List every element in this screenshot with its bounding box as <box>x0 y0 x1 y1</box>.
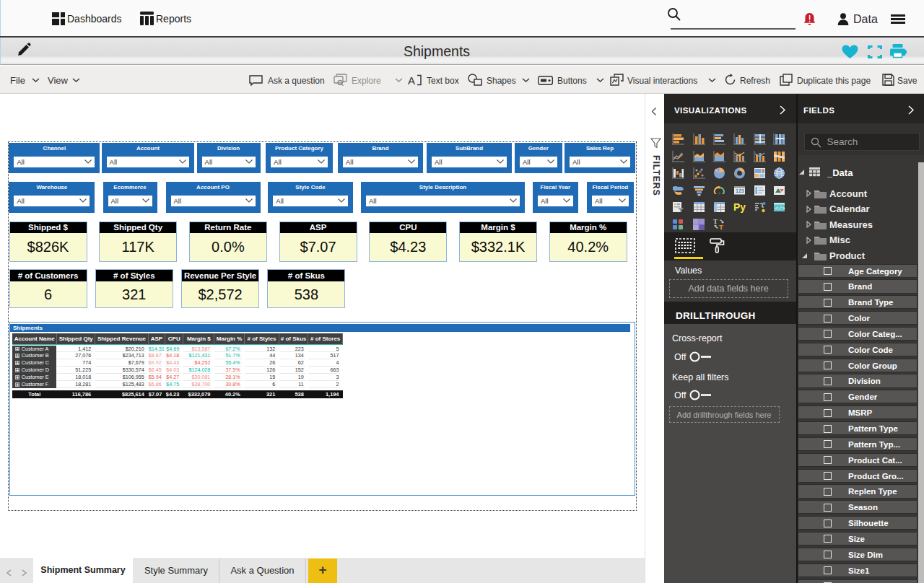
svg-text:A: A <box>408 74 415 86</box>
svg-text:</>: </> <box>775 205 786 211</box>
svg-text:Py: Py <box>733 201 746 213</box>
svg-text:123: 123 <box>736 188 744 193</box>
svg-text:T: T <box>713 219 718 225</box>
svg-text:T: T <box>719 224 723 230</box>
